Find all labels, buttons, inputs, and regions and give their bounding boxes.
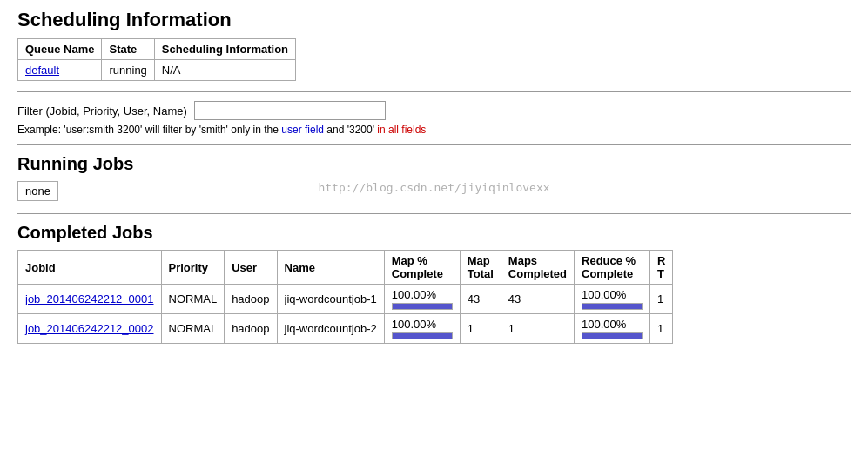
r-total-cell: 1 [650,314,673,344]
scheduling-table: Queue Name State Scheduling Information … [17,38,296,81]
completed-job-row: job_201406242212_0002 NORMAL hadoop jiq-… [18,314,673,344]
col-state: State [102,39,154,60]
filter-row: Filter (Jobid, Priority, User, Name) [17,101,851,120]
progress-bar-container [582,332,643,339]
page-title: Scheduling Information [17,9,851,31]
filter-label: Filter (Jobid, Priority, User, Name) [17,104,187,118]
completed-col-8: RT [650,251,673,285]
completed-col-0: Jobid [18,251,162,285]
completed-jobs-table: JobidPriorityUserNameMap %CompleteMapTot… [17,250,673,344]
completed-col-5: MapTotal [460,251,501,285]
divider-3 [17,213,851,214]
r-total-cell: 1 [650,285,673,314]
col-scheduling-info: Scheduling Information [154,39,295,60]
pct-cell: 100.00% [384,285,460,314]
divider-1 [17,91,851,92]
completed-job-row: job_201406242212_0001 NORMAL hadoop jiq-… [18,285,673,314]
pct-cell: 100.00% [575,314,650,344]
pct-cell: 100.00% [384,314,460,344]
running-jobs-title: Running Jobs [17,154,851,174]
jobid-link[interactable]: job_201406242212_0002 [25,322,154,335]
progress-bar-fill [582,304,642,309]
user-cell: hadoop [225,314,277,344]
running-jobs-section: none http://blog.csdn.net/jiyiqinlovexx [17,181,851,205]
jobid-link[interactable]: job_201406242212_0001 [25,292,154,306]
completed-col-2: User [225,251,277,285]
completed-col-7: Reduce %Complete [575,251,650,285]
priority-cell: NORMAL [161,285,225,314]
pct-cell: 100.00% [575,285,650,314]
user-cell: hadoop [225,285,277,314]
filter-hint: Example: 'user:smith 3200' will filter b… [17,124,851,136]
map-total-cell: 43 [460,285,501,314]
completed-col-3: Name [277,251,384,285]
maps-completed-cell: 43 [501,285,574,314]
scheduling-info-cell: N/A [154,60,295,81]
none-label: none [17,181,58,201]
completed-col-4: Map %Complete [384,251,460,285]
completed-col-1: Priority [161,251,225,285]
progress-bar-fill [393,304,452,309]
progress-bar-container [392,303,453,310]
filter-hint-prefix: Example: 'user:smith 3200' will filter b… [17,124,281,136]
map-total-cell: 1 [460,314,501,344]
progress-bar-fill [582,333,642,339]
filter-hint-mid: and '3200' [324,124,377,136]
jobid-cell: job_201406242212_0002 [18,314,162,344]
state-cell: running [102,60,154,81]
queue-link[interactable]: default [25,64,59,77]
completed-col-6: MapsCompleted [501,251,574,285]
progress-bar-container [392,332,453,339]
watermark: http://blog.csdn.net/jiyiqinlovexx [318,181,549,194]
name-cell: jiq-wordcountjob-1 [277,285,384,314]
maps-completed-cell: 1 [501,314,574,344]
progress-bar-container [582,303,643,310]
name-cell: jiq-wordcountjob-2 [277,314,384,344]
completed-jobs-title: Completed Jobs [17,223,851,243]
filter-hint-blue: user field [281,124,324,136]
progress-bar-fill [393,333,452,339]
col-queue-name: Queue Name [18,39,102,60]
filter-hint-red: in all fields [377,124,426,136]
jobid-cell: job_201406242212_0001 [18,285,162,314]
filter-input[interactable] [194,101,386,120]
priority-cell: NORMAL [161,314,225,344]
scheduling-row: default running N/A [18,60,296,81]
queue-name-cell: default [18,60,102,81]
divider-2 [17,144,851,145]
